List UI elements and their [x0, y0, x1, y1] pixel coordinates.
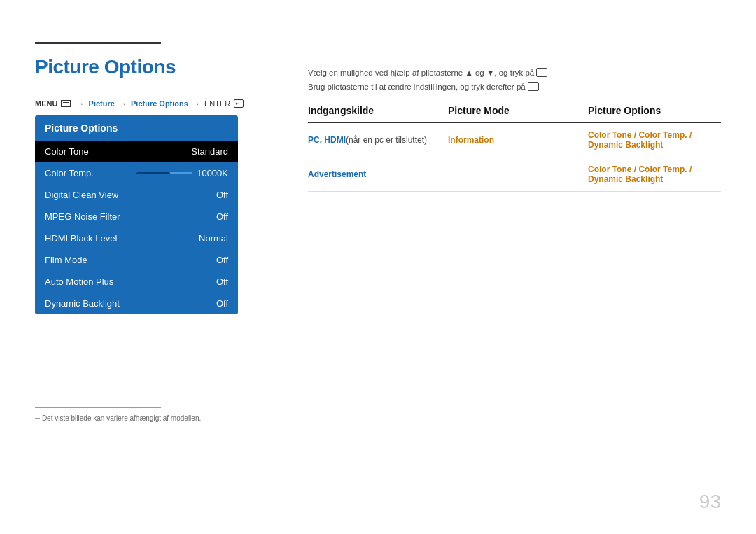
- table-row-1-options: Color Tone / Color Temp. / Dynamic Backl…: [588, 130, 721, 150]
- color-tone-label: Color Tone: [45, 146, 89, 157]
- dynamic-backlight-label: Dynamic Backlight: [45, 298, 120, 309]
- menu-label: MENU: [35, 99, 57, 108]
- table-row-2-source: Advertisement: [308, 169, 448, 179]
- breadcrumb-enter: ENTER: [204, 99, 230, 108]
- panel-item-hdmi-black-level[interactable]: HDMI Black Level Normal: [35, 227, 238, 249]
- color-tone-value: Standard: [191, 146, 228, 157]
- bottom-divider: [35, 407, 161, 408]
- film-mode-value: Off: [216, 255, 228, 265]
- auto-motion-plus-value: Off: [216, 276, 228, 287]
- table-header-picture-options: Picture Options: [588, 105, 721, 116]
- table-row-1-mode: Information: [448, 135, 588, 145]
- table-header-indgangskilde: Indgangskilde: [308, 105, 448, 116]
- panel-item-mpeg-noise-filter[interactable]: MPEG Noise Filter Off: [35, 206, 238, 227]
- color-temp-value: 10000K: [197, 168, 228, 178]
- arrow-2: →: [119, 99, 127, 108]
- menu-icon: [61, 100, 71, 107]
- instruction-line-2: Brug piletasterne til at ændre indstilli…: [308, 80, 547, 94]
- panel-item-film-mode[interactable]: Film Mode Off: [35, 249, 238, 271]
- mpeg-noise-filter-value: Off: [216, 211, 228, 222]
- instruction-line-1: Vælg en mulighed ved hjælp af piletaster…: [308, 66, 547, 80]
- top-line-dark: [35, 42, 161, 44]
- footer-note: Det viste billede kan variere afhængigt …: [35, 414, 201, 422]
- color-temp-slider[interactable]: [136, 172, 192, 174]
- panel-item-digital-clean-view[interactable]: Digital Clean View Off: [35, 184, 238, 206]
- instructions: Vælg en mulighed ved hjælp af piletaster…: [308, 66, 547, 94]
- picture-options-panel: Picture Options Color Tone Standard Colo…: [35, 115, 238, 314]
- dynamic-backlight-value: Off: [216, 298, 228, 309]
- breadcrumb-picture-options: Picture Options: [131, 99, 188, 108]
- auto-motion-plus-label: Auto Motion Plus: [45, 276, 113, 287]
- panel-item-color-temp[interactable]: Color Temp. 10000K: [35, 162, 238, 184]
- hdmi-black-level-label: HDMI Black Level: [45, 233, 117, 244]
- table-row-2-options: Color Tone / Color Temp. / Dynamic Backl…: [588, 164, 721, 184]
- table-row-1-source: PC, HDMI(når en pc er tilsluttet): [308, 135, 448, 145]
- color-temp-slider-container: 10000K: [136, 168, 228, 178]
- page-number: 93: [699, 491, 721, 513]
- arrow-1: →: [77, 99, 85, 108]
- panel-item-dynamic-backlight[interactable]: Dynamic Backlight Off: [35, 293, 238, 314]
- top-line-light: [161, 43, 721, 43]
- table-row-2: Advertisement Color Tone / Color Temp. /…: [308, 157, 721, 192]
- color-temp-label: Color Temp.: [45, 168, 94, 178]
- panel-item-auto-motion-plus[interactable]: Auto Motion Plus Off: [35, 271, 238, 293]
- panel-item-color-tone[interactable]: Color Tone Standard: [35, 141, 238, 162]
- top-decorative-lines: [35, 42, 721, 44]
- arrow-3: →: [192, 99, 200, 108]
- table-header: Indgangskilde Picture Mode Picture Optio…: [308, 105, 721, 123]
- digital-clean-view-value: Off: [216, 190, 228, 200]
- breadcrumb-picture: Picture: [89, 99, 115, 108]
- mpeg-noise-filter-label: MPEG Noise Filter: [45, 211, 120, 222]
- table-header-picture-mode: Picture Mode: [448, 105, 588, 116]
- page-title: Picture Options: [35, 56, 176, 78]
- menu-breadcrumb: MENU → Picture → Picture Options → ENTER: [35, 98, 244, 108]
- table-section: Indgangskilde Picture Mode Picture Optio…: [308, 105, 721, 192]
- film-mode-label: Film Mode: [45, 255, 88, 265]
- panel-header: Picture Options: [35, 115, 238, 141]
- enter-icon: [234, 99, 244, 108]
- digital-clean-view-label: Digital Clean View: [45, 190, 118, 200]
- table-row-1: PC, HDMI(når en pc er tilsluttet) Inform…: [308, 123, 721, 157]
- hdmi-black-level-value: Normal: [199, 233, 228, 244]
